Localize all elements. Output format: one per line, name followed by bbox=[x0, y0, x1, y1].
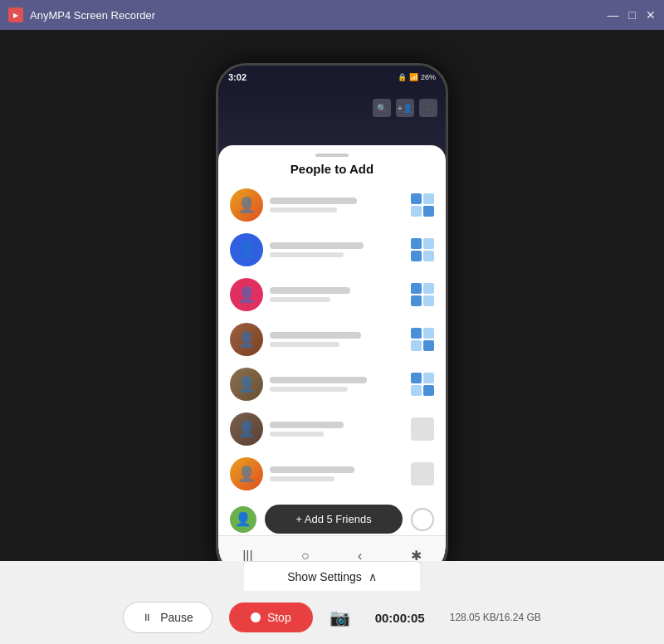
bottom-panel: Show Settings ∧ ⏸ Pause Stop 📷 00:00:05 … bbox=[0, 561, 664, 644]
pause-icon: ⏸ bbox=[142, 612, 154, 623]
person-info bbox=[270, 422, 404, 437]
status-signal-icon: 📶 bbox=[409, 73, 418, 81]
bg-icon-call: 📞 bbox=[419, 99, 437, 117]
main-area: 3:02 🔒 📶 26% 🔍 +👤 📞 People to Add bbox=[0, 30, 664, 611]
add-person-icon[interactable] bbox=[411, 373, 434, 396]
list-item: 👤 bbox=[227, 317, 437, 362]
title-bar: AnyMP4 Screen Recorder — □ ✕ bbox=[0, 0, 664, 30]
phone-screen: 3:02 🔒 📶 26% 🔍 +👤 📞 People to Add bbox=[218, 66, 446, 575]
person-info bbox=[270, 332, 404, 347]
title-text: AnyMP4 Screen Recorder bbox=[30, 9, 155, 22]
sheet-title: People to Add bbox=[218, 162, 446, 176]
avatar: 👤 bbox=[230, 412, 263, 446]
avatar: 👤 bbox=[230, 233, 263, 266]
stop-dot bbox=[251, 612, 261, 622]
show-settings-text: Show Settings bbox=[287, 570, 362, 583]
phone-frame: 3:02 🔒 📶 26% 🔍 +👤 📞 People to Add bbox=[216, 63, 448, 578]
status-icons: 🔒 📶 26% bbox=[398, 73, 436, 81]
list-item: 👤 bbox=[227, 451, 437, 496]
pause-label: Pause bbox=[160, 611, 193, 624]
list-item: 👤 bbox=[227, 362, 437, 407]
check-circle[interactable] bbox=[411, 508, 434, 531]
stop-button[interactable]: Stop bbox=[229, 603, 313, 632]
minimize-button[interactable]: — bbox=[608, 9, 619, 21]
avatar: 👤 bbox=[230, 323, 263, 356]
bg-icon-add: +👤 bbox=[396, 99, 414, 117]
app-icon bbox=[8, 7, 23, 22]
avatar: 👤 bbox=[230, 457, 263, 490]
add-friends-row[interactable]: 👤 + Add 5 Friends bbox=[218, 496, 446, 535]
add-friends-button[interactable]: + Add 5 Friends bbox=[265, 505, 403, 534]
title-bar-left: AnyMP4 Screen Recorder bbox=[8, 7, 155, 22]
person-info bbox=[270, 198, 404, 212]
close-button[interactable]: ✕ bbox=[646, 9, 656, 21]
sheet-handle bbox=[315, 154, 349, 157]
person-info bbox=[270, 377, 404, 392]
window-controls: — □ ✕ bbox=[608, 9, 656, 21]
add-person-icon[interactable] bbox=[411, 283, 434, 306]
add-person-icon[interactable] bbox=[411, 462, 434, 485]
pause-button[interactable]: ⏸ Pause bbox=[123, 602, 212, 633]
add-person-icon[interactable] bbox=[411, 193, 434, 217]
green-avatar: 👤 bbox=[230, 506, 256, 533]
show-settings-bar[interactable]: Show Settings ∧ bbox=[243, 561, 422, 591]
maximize-button[interactable]: □ bbox=[629, 9, 636, 21]
avatar: 👤 bbox=[230, 188, 263, 222]
screenshot-button[interactable]: 📷 bbox=[330, 607, 350, 627]
status-bar: 3:02 🔒 📶 26% bbox=[218, 66, 446, 89]
add-person-icon[interactable] bbox=[411, 238, 434, 261]
file-size: 128.05 KB/16.24 GB bbox=[450, 612, 541, 623]
timer-display: 00:00:05 bbox=[367, 611, 433, 625]
list-item: 👤 bbox=[227, 183, 437, 227]
controls-row: ⏸ Pause Stop 📷 00:00:05 128.05 KB/16.24 … bbox=[0, 591, 664, 644]
avatar: 👤 bbox=[230, 278, 263, 311]
people-list: 👤👤👤👤👤👤👤 bbox=[218, 183, 446, 496]
status-lock-icon: 🔒 bbox=[398, 73, 407, 81]
list-item: 👤 bbox=[227, 272, 437, 317]
bg-icon-search: 🔍 bbox=[373, 99, 391, 117]
status-battery: 26% bbox=[421, 73, 436, 81]
status-time: 3:02 bbox=[228, 72, 247, 82]
list-item: 👤 bbox=[227, 407, 437, 451]
list-item: 👤 bbox=[227, 227, 437, 272]
add-person-icon[interactable] bbox=[411, 417, 434, 441]
bg-icons-row: 🔍 +👤 📞 bbox=[373, 99, 437, 117]
avatar: 👤 bbox=[230, 368, 263, 401]
modal-sheet: People to Add 👤👤👤👤👤👤👤 👤 + Add 5 Friends bbox=[218, 145, 446, 535]
show-settings-chevron: ∧ bbox=[369, 570, 377, 583]
person-info bbox=[270, 242, 404, 257]
stop-label: Stop bbox=[267, 611, 291, 624]
person-info bbox=[270, 287, 404, 302]
add-person-icon[interactable] bbox=[411, 328, 434, 351]
person-info bbox=[270, 466, 404, 481]
